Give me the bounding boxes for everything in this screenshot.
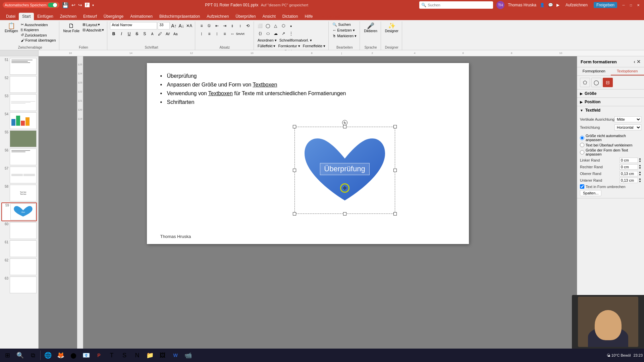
increase-indent-btn[interactable]: ⇥ [221,22,228,29]
slide-thumb-51[interactable]: 51 [1,58,37,75]
word-btn[interactable]: W [169,349,181,361]
radio-shrink-input[interactable] [580,143,584,147]
slide-thumb-55[interactable]: 55 [1,130,37,147]
handle-tm[interactable] [343,125,346,128]
smartart-btn[interactable]: SmArt [236,30,244,38]
tab-einfuegen[interactable]: Einfügen [34,13,56,20]
shape-10[interactable]: ⋮ [287,30,295,37]
outlook-btn[interactable]: 📧 [80,349,92,361]
powerpoint-btn[interactable]: P [93,349,105,361]
designer-btn[interactable]: ✨ Designer [384,22,400,34]
markieren-btn[interactable]: 🖱 Markieren ▾ [331,34,358,39]
underline-button[interactable]: U [125,30,133,38]
decrease-indent-btn[interactable]: ⇤ [213,22,221,29]
shape-6[interactable]: ⟨⟩ [257,30,264,37]
slide-thumb-57[interactable]: 57 [1,166,37,184]
slide-thumb-60[interactable]: 60 [1,222,37,239]
formkontur-btn[interactable]: Formkontur ▾ [277,44,301,49]
heart-text-box[interactable]: Überprüfung [320,163,369,175]
panel-icon-textbox[interactable]: ⊟ [603,78,613,87]
slide-thumb-56[interactable]: 56 [1,148,37,166]
tab-uebergaenge[interactable]: Übergänge [100,13,127,20]
zuruecksetzen-button[interactable]: ↺ Zurücksetzen [20,33,57,38]
kopieren-button[interactable]: ⎘ Kopieren [20,27,57,32]
shape-9[interactable]: ↗ [280,30,287,37]
panel-tab-formoptionen[interactable]: Formoptionen [577,67,611,75]
font-name-selector[interactable]: Arial Narrow [110,22,157,29]
unterer-rand-down[interactable]: ▼ [639,180,641,183]
italic-button[interactable]: I [118,30,125,38]
shape-1[interactable]: ⬜ [257,22,264,29]
slide-thumb-59[interactable]: 59 Über [1,202,37,221]
slide-thumb-53[interactable]: 53 [1,94,37,111]
clear-format-btn[interactable]: ✕A [185,23,193,28]
panel-back-btn[interactable]: ‹ [634,59,635,64]
textrichtung-select[interactable]: Horizontal Vertikal [614,124,641,130]
strikethrough-button[interactable]: S [133,30,141,38]
schnellformate-btn[interactable]: Schnellformatvorl. ▾ [278,38,313,43]
text-align-btn[interactable]: ↔ [229,30,236,38]
start-menu-btn[interactable]: ⊞ [1,349,13,361]
panel-tab-textoptionen[interactable]: Textoptionen [611,67,644,75]
slide-thumb-58[interactable]: 58 Text hier Text box [1,184,37,202]
ersetzen-btn[interactable]: ↔ Ersetzen ▾ [331,28,356,33]
panel-icon-shape[interactable]: ⬠ [580,78,590,87]
decrease-font-btn[interactable]: A↓ [178,23,185,28]
file-explorer-btn[interactable]: 📁 [144,349,156,361]
chrome-btn[interactable]: ⬤ [67,349,79,361]
handle-bl[interactable] [293,212,296,216]
font-color-btn[interactable]: A [149,30,156,38]
autosave-toggle[interactable]: Automatisches Speichern [3,2,59,8]
shape-8[interactable]: ☁ [272,30,279,37]
toolbar-undo-icon[interactable]: ↩ [71,2,75,8]
tab-aufzeichnen[interactable]: Aufzeichnen [203,13,232,20]
handle-br[interactable] [393,212,397,216]
search-bar[interactable]: 🔍 [419,1,493,9]
justify-btn[interactable]: ≡ [221,30,228,38]
toolbar-save-icon[interactable]: 💾 [62,2,69,8]
panel-icon-circle[interactable]: ◯ [591,78,601,87]
tab-start[interactable]: Start [19,13,34,20]
search-input[interactable] [428,3,491,7]
canvas-area[interactable]: 125124123122121120119 Überprüfung Anpass… [39,56,577,354]
tab-zeichnen[interactable]: Zeichnen [57,13,80,20]
handle-mr[interactable] [393,169,397,172]
tab-bildschirm[interactable]: Bildschirmpräsentation [156,13,203,20]
rechter-rand-input[interactable] [620,164,638,170]
record-btn[interactable]: Aufzeichnen [563,2,590,8]
skype-btn[interactable]: S [118,349,130,361]
format-uebertragen-button[interactable]: 🖌 Format übertragen [20,38,57,43]
tab-dictation[interactable]: Dictation [279,13,302,20]
shape-7[interactable]: ⬭ [264,30,272,37]
unterer-rand-input[interactable] [620,178,638,183]
layout-button[interactable]: ⊞ Layout ▾ [82,22,105,27]
radio-resize-input[interactable] [580,150,584,155]
neue-folie-button[interactable]: 🗋 Neue Folie [62,22,81,34]
diktieren-btn[interactable]: 🎤 Diktieren [363,22,378,34]
search-taskbar-btn[interactable]: 🔍 [14,349,26,361]
tab-animationen[interactable]: Animationen [127,13,156,20]
tab-formformat[interactable]: Formformat [316,13,345,20]
firefox-btn[interactable]: 🦊 [55,349,67,361]
panel-close-btn[interactable]: ✕ [637,59,641,64]
panel-section-position-header[interactable]: ▶ Position [577,98,644,106]
slide-thumb-62[interactable]: 62 [1,258,37,276]
handle-tl[interactable] [293,125,296,128]
line-spacing-btn[interactable]: ↕ [236,22,244,29]
handle-tr[interactable] [393,125,397,128]
fuelleffekt-btn[interactable]: Fülleffekt ▾ [257,44,277,49]
onenote-btn[interactable]: N [131,349,143,361]
minimize-button[interactable]: ─ [621,2,627,8]
align-left-btn[interactable]: ⫶ [198,30,205,38]
shape-5[interactable]: ⬧ [287,22,295,29]
shape-2[interactable]: ◯ [264,22,272,29]
rechter-rand-down[interactable]: ▼ [639,167,641,170]
bold-button[interactable]: B [110,30,117,38]
formeffekte-btn[interactable]: Formeffekte ▾ [302,44,327,49]
radio-no-autofit-input[interactable] [580,136,584,140]
photos-btn[interactable]: 🖼 [157,349,169,361]
teams-btn[interactable]: T [106,349,118,361]
numbers-btn[interactable]: ① [206,22,213,29]
tab-entwurf[interactable]: Entwurf [80,13,100,20]
oberer-rand-input[interactable] [620,171,638,176]
